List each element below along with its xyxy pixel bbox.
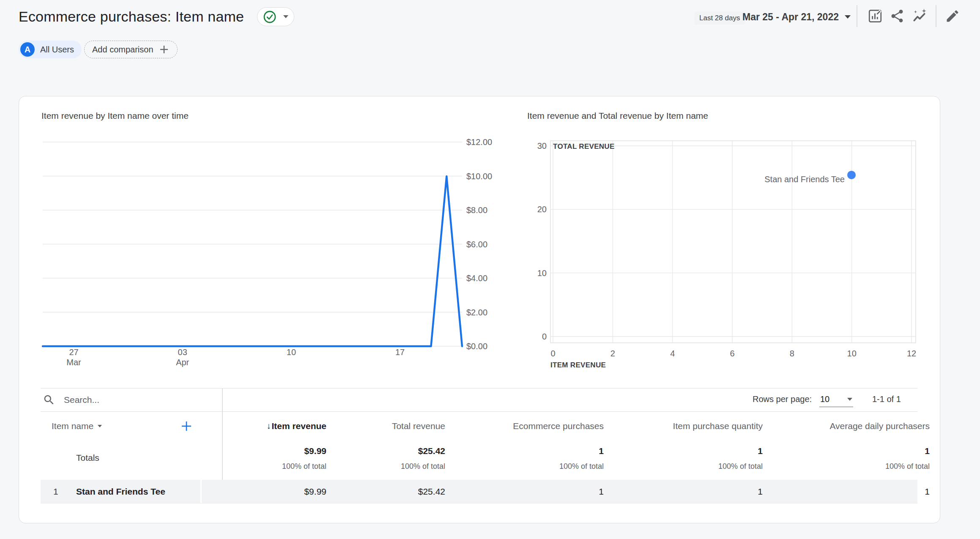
chevron-down-icon xyxy=(847,398,852,401)
svg-text:Mar: Mar xyxy=(66,358,81,367)
totals-cell: 1100% of total xyxy=(885,446,930,471)
totals-cell: $9.99100% of total xyxy=(282,446,326,471)
share-icon xyxy=(890,8,905,24)
totals-row: Totals $9.99100% of total$25.42100% of t… xyxy=(41,440,917,480)
svg-text:$6.00: $6.00 xyxy=(466,240,487,249)
all-users-chip[interactable]: A All Users xyxy=(19,41,82,58)
svg-text:27: 27 xyxy=(69,347,78,357)
column-header-ecommerce-purchases[interactable]: Ecommerce purchases xyxy=(513,412,604,440)
table-header-row: Item name ↓Item revenueTotal revenueEcom… xyxy=(41,412,917,440)
table-row[interactable]: 1Stan and Friends Tee$9.99$25.42111 xyxy=(41,480,917,503)
scatter-chart-title: Item revenue and Total revenue by Item n… xyxy=(527,111,708,121)
svg-text:4: 4 xyxy=(670,349,675,358)
svg-text:0: 0 xyxy=(542,332,547,341)
check-circle-icon xyxy=(263,10,276,24)
svg-text:$4.00: $4.00 xyxy=(466,274,487,283)
row-value: 1 xyxy=(925,480,930,503)
chevron-down-icon xyxy=(845,15,851,19)
divider xyxy=(936,5,936,27)
svg-text:20: 20 xyxy=(537,205,547,214)
svg-text:17: 17 xyxy=(395,347,405,357)
svg-text:10: 10 xyxy=(287,347,296,357)
totals-cell: 1100% of total xyxy=(718,446,763,471)
row-value: $9.99 xyxy=(304,480,326,503)
page-title: Ecommerce purchases: Item name xyxy=(19,8,244,25)
avatar: A xyxy=(20,42,35,57)
svg-text:8: 8 xyxy=(790,349,794,358)
rows-per-page-select[interactable]: 10 xyxy=(819,392,853,407)
rows-per-page-label: Rows per page: xyxy=(753,394,812,404)
column-header-average-daily-purchasers[interactable]: Average daily purchasers xyxy=(829,412,930,440)
totals-label: Totals xyxy=(76,453,99,463)
column-header-item-revenue[interactable]: ↓Item revenue xyxy=(266,412,326,440)
svg-text:$10.00: $10.00 xyxy=(466,172,492,181)
date-range-label: Mar 25 - Apr 21, 2022 xyxy=(742,11,839,23)
svg-text:2: 2 xyxy=(610,349,615,358)
rows-per-page-value: 10 xyxy=(820,394,829,404)
svg-text:$12.00: $12.00 xyxy=(466,137,492,147)
sort-descending-icon: ↓ xyxy=(266,421,271,431)
plus-icon xyxy=(159,44,170,55)
add-comparison-label: Add comparison xyxy=(92,45,153,55)
date-preset-chip: Last 28 days xyxy=(694,11,745,25)
row-value: $25.42 xyxy=(418,480,445,503)
svg-text:12: 12 xyxy=(907,349,916,358)
svg-text:$0.00: $0.00 xyxy=(466,342,487,351)
row-value: 1 xyxy=(599,480,604,503)
page: Ecommerce purchases: Item name Last 28 d… xyxy=(0,0,980,539)
plus-icon xyxy=(180,420,193,432)
svg-text:$2.00: $2.00 xyxy=(466,308,487,317)
insights-icon xyxy=(912,8,928,24)
customize-report-icon xyxy=(867,8,883,24)
row-value: 1 xyxy=(758,480,763,503)
totals-cell: $25.42100% of total xyxy=(401,446,445,471)
svg-text:Stan and Friends Tee: Stan and Friends Tee xyxy=(764,175,845,184)
report-card: Item revenue by Item name over time $0.0… xyxy=(19,96,940,523)
add-column-button[interactable] xyxy=(178,418,195,435)
svg-text:10: 10 xyxy=(847,349,857,358)
date-range-button[interactable]: Mar 25 - Apr 21, 2022 xyxy=(742,8,851,26)
divider xyxy=(857,5,857,27)
report-status-pill[interactable] xyxy=(257,7,294,26)
svg-text:TOTAL REVENUE: TOTAL REVENUE xyxy=(553,142,615,150)
all-users-label: All Users xyxy=(40,45,74,55)
svg-text:Apr: Apr xyxy=(176,358,189,367)
scatter-chart: 0246810120102030TOTAL REVENUEITEM REVENU… xyxy=(531,138,937,375)
insights-button[interactable] xyxy=(910,7,929,25)
svg-text:10: 10 xyxy=(537,268,547,278)
search-icon xyxy=(43,394,55,406)
chevron-down-icon xyxy=(283,15,288,18)
pagination-label: 1-1 of 1 xyxy=(872,394,901,404)
table-toolbar: Rows per page: 10 1-1 of 1 xyxy=(41,388,917,412)
customize-report-button[interactable] xyxy=(866,7,884,25)
column-divider xyxy=(200,480,202,503)
svg-text:ITEM REVENUE: ITEM REVENUE xyxy=(550,361,606,369)
row-item-name: Stan and Friends Tee xyxy=(76,480,165,503)
add-comparison-button[interactable]: Add comparison xyxy=(84,41,178,58)
column-header-item-purchase-quantity[interactable]: Item purchase quantity xyxy=(673,412,763,440)
svg-text:$8.00: $8.00 xyxy=(466,205,487,215)
share-button[interactable] xyxy=(888,7,906,25)
edit-button[interactable] xyxy=(943,7,962,25)
edit-icon xyxy=(945,8,960,24)
svg-text:30: 30 xyxy=(537,141,547,150)
line-chart: $0.00$2.00$4.00$6.00$8.00$10.00$12.0027M… xyxy=(41,140,510,377)
svg-text:03: 03 xyxy=(178,347,187,357)
row-index: 1 xyxy=(53,480,58,503)
column-header-total-revenue[interactable]: Total revenue xyxy=(392,412,445,440)
search-input[interactable] xyxy=(64,395,182,405)
svg-text:0: 0 xyxy=(550,349,555,358)
chevron-down-icon xyxy=(98,425,102,427)
dimension-dropdown-label: Item name xyxy=(52,421,93,431)
svg-text:6: 6 xyxy=(730,349,734,358)
totals-cell: 1100% of total xyxy=(559,446,604,471)
search-box[interactable] xyxy=(43,389,195,411)
dimension-dropdown[interactable]: Item name xyxy=(52,412,102,440)
line-chart-title: Item revenue by Item name over time xyxy=(41,111,189,121)
